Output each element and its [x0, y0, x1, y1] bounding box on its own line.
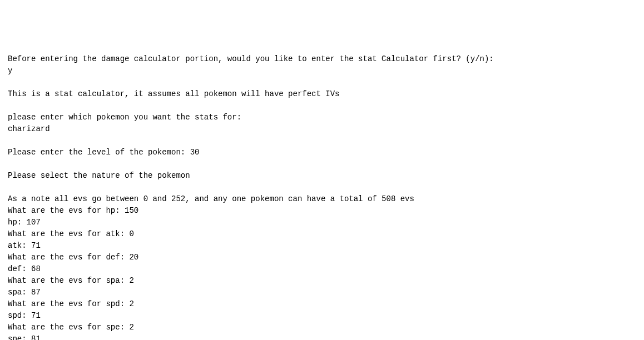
ev-note: As a note all evs go between 0 and 252, … [8, 193, 636, 205]
prompt-nature: Please select the nature of the pokemon [8, 170, 636, 182]
result-spa: spa: 87 [8, 287, 636, 298]
input-spd-ev: 2 [129, 299, 133, 308]
prompt-spe-ev: What are the evs for spe: [8, 323, 129, 332]
prompt-spd-ev: What are the evs for spd: [8, 299, 129, 308]
blank-line [8, 158, 636, 170]
result-spd: spd: 71 [8, 310, 636, 322]
prompt-pokemon: please enter which pokemon you want the … [8, 112, 636, 123]
input-def-ev: 20 [129, 253, 138, 262]
terminal-output[interactable]: Before entering the damage calculator po… [8, 53, 636, 340]
prompt-def-ev: What are the evs for def: [8, 253, 129, 262]
blank-line [8, 100, 636, 112]
input-level: 30 [190, 148, 200, 157]
input-spa-ev: 2 [129, 276, 133, 285]
input-atk-ev: 0 [129, 229, 133, 238]
blank-line [8, 77, 636, 88]
blank-line [8, 182, 636, 193]
prompt-stat-calc: Before entering the damage calculator po… [8, 53, 636, 65]
blank-line [8, 135, 636, 147]
result-def: def: 68 [8, 263, 636, 275]
input-spe-ev: 2 [129, 323, 133, 332]
prompt-spa-ev: What are the evs for spa: [8, 276, 129, 285]
prompt-hp-ev: What are the evs for hp: [8, 206, 125, 215]
input-pokemon: charizard [8, 123, 636, 135]
input-stat-calc: y [8, 65, 636, 77]
intro-text: This is a stat calculator, it assumes al… [8, 88, 636, 100]
input-hp-ev: 150 [125, 206, 138, 215]
result-hp: hp: 107 [8, 217, 636, 228]
prompt-atk-ev: What are the evs for atk: [8, 229, 129, 238]
result-atk: atk: 71 [8, 240, 636, 252]
result-spe: spe: 81 [8, 333, 636, 340]
prompt-level: Please enter the level of the pokemon: [8, 148, 190, 157]
